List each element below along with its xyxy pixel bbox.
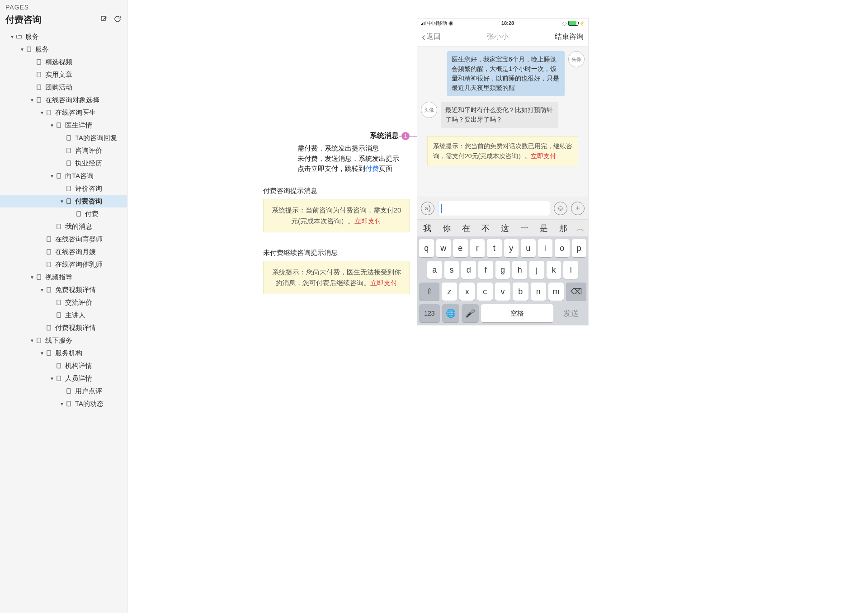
page-icon <box>65 147 72 154</box>
tree-item[interactable]: 主讲人 <box>0 309 127 321</box>
tree-item[interactable]: 在线咨询月嫂 <box>0 245 127 258</box>
tree-item[interactable]: 机构详情 <box>0 359 127 372</box>
tree-item[interactable]: 交流评价 <box>0 296 127 309</box>
key[interactable]: u <box>521 239 536 257</box>
key[interactable]: x <box>459 283 475 301</box>
tree-item[interactable]: ▼线下服务 <box>0 334 127 347</box>
suggestion[interactable]: 那 <box>553 223 573 234</box>
message-row: 头像 最近和平时有什么变化？比如打预防针了吗？要出牙了吗？ <box>421 102 585 128</box>
end-consult-button[interactable]: 结束咨询 <box>555 32 584 42</box>
tree-item[interactable]: 咨询评价 <box>0 144 127 157</box>
suggestion[interactable]: 这 <box>495 223 514 234</box>
svg-rect-28 <box>67 401 71 406</box>
page-icon <box>45 324 52 331</box>
space-key[interactable]: 空格 <box>481 304 553 322</box>
tree-item[interactable]: ▼在线咨询对象选择 <box>0 94 127 106</box>
page-icon <box>45 286 52 293</box>
key[interactable]: z <box>442 283 457 301</box>
tree-item[interactable]: 我的消息 <box>0 220 127 233</box>
key[interactable]: b <box>513 283 528 301</box>
key[interactable]: f <box>478 261 493 279</box>
tree-item[interactable]: ▼向TA咨询 <box>0 170 127 182</box>
numeric-key[interactable]: 123 <box>419 304 440 322</box>
key[interactable]: g <box>495 261 510 279</box>
page-icon <box>25 46 33 53</box>
key[interactable]: q <box>419 239 434 257</box>
key[interactable]: k <box>547 261 561 279</box>
tree-item[interactable]: 实用文章 <box>0 68 127 81</box>
page-icon <box>55 375 62 382</box>
page-icon <box>65 134 72 141</box>
tree-item[interactable]: 在线咨询育婴师 <box>0 233 127 245</box>
link-payment[interactable]: 付费 <box>365 165 379 172</box>
annot-line: 点击立即支付，跳转到付费页面 <box>297 164 410 174</box>
tree-item[interactable]: ▼在线咨询医生 <box>0 106 127 119</box>
page-icon <box>65 198 72 205</box>
tree-item[interactable]: 团购活动 <box>0 81 127 94</box>
key[interactable]: l <box>563 261 578 279</box>
suggestion[interactable]: 在 <box>456 223 476 234</box>
tree-item[interactable]: ▼TA的动态 <box>0 397 127 410</box>
export-icon[interactable] <box>100 15 108 25</box>
pay-now-link[interactable]: 立即支付 <box>354 217 382 225</box>
tree-item-active[interactable]: ▼付费咨询 <box>0 195 127 207</box>
tree-item[interactable]: TA的咨询回复 <box>0 132 127 144</box>
avatar: 头像 <box>421 102 437 118</box>
tree-item[interactable]: ▼服务 <box>0 43 127 56</box>
key[interactable]: r <box>470 239 485 257</box>
tree-item[interactable]: 执业经历 <box>0 157 127 170</box>
tree-item[interactable]: ▼人员详情 <box>0 372 127 385</box>
key[interactable]: p <box>572 239 587 257</box>
tree-item[interactable]: ▼免费视频详情 <box>0 283 127 296</box>
shift-key[interactable]: ⇧ <box>419 283 439 301</box>
globe-key[interactable]: 🌐 <box>442 304 459 322</box>
suggestion[interactable]: 不 <box>476 223 495 234</box>
tree-item[interactable]: ▼服务 <box>0 30 127 43</box>
refresh-icon[interactable] <box>113 15 122 25</box>
tree-item[interactable]: 精选视频 <box>0 56 127 68</box>
tree-item[interactable]: ▼视频指导 <box>0 271 127 283</box>
suggestion[interactable]: 是 <box>534 223 553 234</box>
suggestion[interactable]: 我 <box>417 223 437 234</box>
key[interactable]: n <box>531 283 546 301</box>
pay-now-link[interactable]: 立即支付 <box>370 279 397 287</box>
tree-item[interactable]: 用户点评 <box>0 385 127 397</box>
key[interactable]: v <box>495 283 510 301</box>
key[interactable]: c <box>477 283 492 301</box>
voice-button[interactable]: ») <box>421 202 434 215</box>
key[interactable]: d <box>461 261 476 279</box>
key[interactable]: j <box>529 261 544 279</box>
svg-rect-24 <box>47 351 51 356</box>
emoji-button[interactable]: ☺ <box>554 202 567 215</box>
key[interactable]: w <box>436 239 451 257</box>
key[interactable]: s <box>444 261 459 279</box>
back-button[interactable]: 返回 <box>422 32 441 42</box>
svg-rect-13 <box>77 212 80 217</box>
suggestion-toggle[interactable]: ︿ <box>573 223 588 234</box>
key[interactable]: m <box>548 283 564 301</box>
page-icon <box>35 71 42 78</box>
backspace-key[interactable]: ⌫ <box>566 283 586 301</box>
send-key[interactable]: 发送 <box>556 304 586 322</box>
tree-item[interactable]: 付费 <box>0 207 127 220</box>
hint-box: 系统提示：您尚未付费，医生无法接受到你的消息，您可付费后继续咨询。立即支付 <box>263 261 410 294</box>
key[interactable]: o <box>555 239 570 257</box>
suggestion[interactable]: 一 <box>514 223 534 234</box>
message-row: 头像 医生您好，我家宝宝6个月，晚上睡觉会频繁的醒，大概是1个小时一次，饭量和精… <box>421 51 585 96</box>
key[interactable]: y <box>504 239 519 257</box>
key[interactable]: h <box>512 261 527 279</box>
key[interactable]: a <box>427 261 442 279</box>
tree-item[interactable]: 在线咨询催乳师 <box>0 258 127 271</box>
key[interactable]: t <box>487 239 502 257</box>
suggestion[interactable]: 你 <box>437 223 456 234</box>
pay-now-link[interactable]: 立即支付 <box>531 152 556 160</box>
mic-key[interactable]: 🎤 <box>462 304 479 322</box>
add-button[interactable]: ＋ <box>571 202 585 215</box>
key[interactable]: e <box>453 239 468 257</box>
tree-item[interactable]: ▼服务机构 <box>0 347 127 359</box>
key[interactable]: i <box>538 239 553 257</box>
tree-item[interactable]: ▼医生详情 <box>0 119 127 132</box>
tree-item[interactable]: 评价咨询 <box>0 182 127 195</box>
text-input[interactable] <box>438 201 550 216</box>
tree-item[interactable]: 付费视频详情 <box>0 321 127 334</box>
